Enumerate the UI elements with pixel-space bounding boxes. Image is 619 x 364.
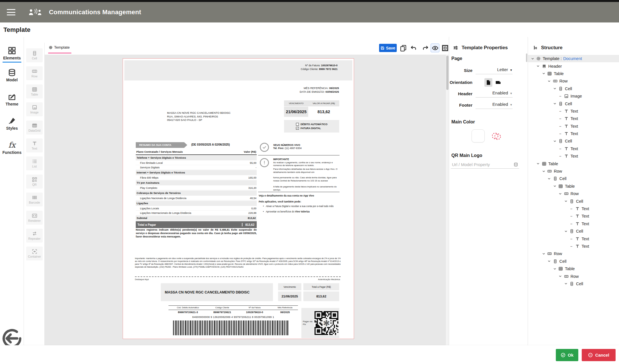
chevron-down-icon[interactable] [558,192,563,195]
palette-item-container[interactable]: Container [26,247,43,260]
charges-table-row: Fibra 600 Mbps165,00 [136,175,257,180]
tree-node-cell[interactable]: Cell [528,197,619,205]
palette-item-text[interactable]: Text [26,138,43,152]
mechanical-auth-label: Autenticação Mecânica [318,278,340,281]
sidebar-item-styles[interactable]: Styles [0,117,24,131]
cell-icon [569,199,574,204]
tree-node-cell[interactable]: Cell [528,280,619,288]
chevron-down-icon[interactable] [564,229,568,233]
text-icon [575,214,580,218]
tree-node-text[interactable]: –Text [528,123,619,130]
styles-icon [8,117,16,125]
sidebar-item-elements[interactable]: Elements [0,46,24,60]
color-picker-icon[interactable] [491,131,502,142]
tree-node-text[interactable]: –Text [528,205,619,212]
tree-node-text[interactable]: –Text [528,243,619,250]
main-color-swatch[interactable] [472,129,485,142]
chevron-down-icon[interactable] [552,267,557,270]
tree-node-text[interactable]: –Text [528,212,619,220]
palette-item-cell[interactable]: Cell [26,48,43,62]
canvas-scrollbar[interactable] [445,55,449,345]
tree-node-table[interactable]: Table [528,70,619,77]
qr-logo-input[interactable] [451,161,519,169]
tree-node-image[interactable]: –Image [528,92,619,100]
palette-item-image[interactable]: Image [26,102,43,116]
tree-node-row[interactable]: Row [528,167,619,175]
model-property-icon[interactable] [513,162,518,167]
tree-node-cell[interactable]: Cell [528,228,619,235]
tree-node-text[interactable]: –Text [528,115,619,122]
tree-node-cell[interactable]: Cell [528,100,619,107]
tree-node-table[interactable]: Table [528,183,619,190]
palette-item-repeater[interactable]: Repeater [26,229,43,243]
chevron-down-icon[interactable] [536,162,540,166]
tree-node-text[interactable]: –Text [528,152,619,160]
design-canvas[interactable]: Nº da Fatura: 1002979610-0 Código Client… [45,55,446,345]
palette-item-qr[interactable]: QR [26,175,43,189]
scrollbar-thumb[interactable] [446,56,449,90]
tab-template[interactable]: Template [49,45,70,49]
chevron-down-icon[interactable] [552,139,557,143]
sidebar-item-model[interactable]: Model [0,68,24,82]
tree-node-cell[interactable]: Cell [528,137,619,145]
template-page[interactable]: Nº da Fatura: 1002979610-0 Código Client… [123,58,354,339]
chevron-down-icon[interactable] [541,72,546,75]
cell-icon [558,139,563,143]
ok-button[interactable]: Ok [556,349,578,361]
redo-button[interactable] [421,44,430,52]
chevron-down-icon[interactable] [536,65,540,68]
chevron-down-icon[interactable] [558,275,563,278]
footer-select[interactable]: Enabled▼ [476,102,513,109]
chevron-down-icon[interactable] [552,102,557,106]
chevron-down-icon[interactable] [564,282,568,286]
palette-item-barcode[interactable]: Barcode [26,193,43,206]
tree-node-header[interactable]: Header [528,62,619,70]
tree-node-row[interactable]: Row [528,77,619,85]
tree-node-template[interactable]: Template :Document [528,55,619,62]
tree-node-cell[interactable]: Cell [528,258,619,265]
chevron-down-icon[interactable] [564,200,568,203]
chevron-down-icon[interactable] [541,169,546,173]
tree-node-cell[interactable]: Cell [528,85,619,92]
sidebar-item-functions[interactable]: fxFunctions [0,141,24,155]
tree-node-row[interactable]: Row [528,250,619,257]
panel-scrollbar-thumb[interactable] [526,53,527,62]
header-select[interactable]: Enabled▼ [476,90,513,98]
tree-node-text[interactable]: –Text [528,235,619,242]
palette-item-row[interactable]: Row [26,66,43,80]
borders-button[interactable] [441,44,449,52]
chevron-down-icon[interactable] [552,185,557,188]
chevron-down-icon[interactable] [547,260,552,263]
tree-node-link[interactable]: Document [563,56,582,61]
undo-button[interactable] [409,44,418,52]
save-button[interactable]: Save [379,44,397,52]
chevron-down-icon[interactable] [530,57,535,60]
chevron-down-icon[interactable] [541,252,546,255]
palette-item-table[interactable]: Table [26,84,43,98]
tree-node-row[interactable]: Row [528,190,619,197]
tree-node-row[interactable]: Row [528,272,619,280]
tree-node-cell[interactable]: Cell [528,175,619,182]
tree-node-table[interactable]: Table [528,160,619,167]
sidebar-item-theme[interactable]: Theme [0,92,24,106]
chevron-down-icon[interactable] [547,177,552,180]
tree-node-text[interactable]: –Text [528,130,619,137]
palette-item-list[interactable]: List [26,156,43,170]
tree-node-text[interactable]: –Text [528,145,619,152]
tree-node-text[interactable]: –Text [528,220,619,228]
size-select[interactable]: Letter▼ [476,67,513,74]
tree-node-text[interactable]: –Text [528,107,619,115]
chevron-down-icon[interactable] [547,79,552,83]
chevron-down-icon[interactable] [552,87,557,90]
copy-button[interactable] [399,44,408,52]
hamburger-menu-icon[interactable] [7,9,15,15]
palette-item-renderer[interactable]: Renderer [26,211,43,225]
cancel-button[interactable]: Cancel [582,349,616,361]
preview-button[interactable] [431,44,439,52]
palette-item-datagrid[interactable]: DataGrid [26,121,43,135]
orientation-landscape-button[interactable] [494,78,502,87]
tree-node-table[interactable]: Table [528,265,619,272]
orientation-portrait-button[interactable] [484,78,492,87]
debt-warning-text: Nossos registros indicam débito(s) pende… [136,228,257,238]
charges-table-row: Cobrança de Serviços de Terceiros [136,191,257,196]
